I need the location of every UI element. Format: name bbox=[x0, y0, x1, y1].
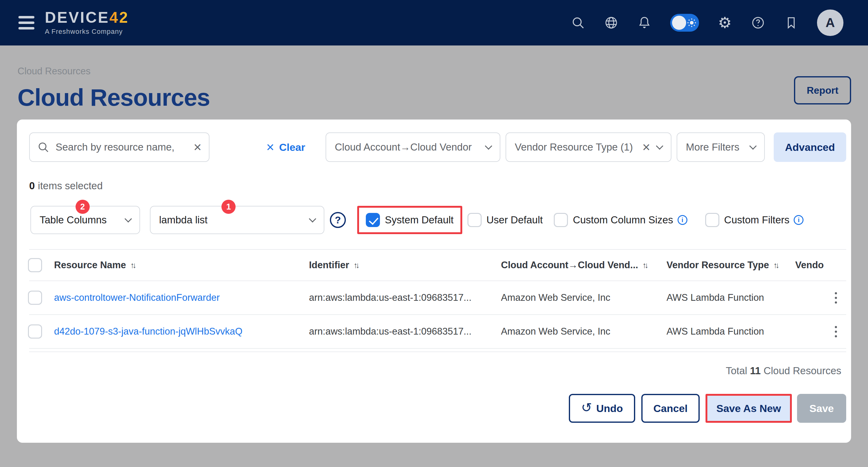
custom-filters-checkbox-group[interactable]: Custom Filters i bbox=[705, 213, 804, 227]
dropdown-label: lambda list bbox=[159, 214, 208, 226]
row-checkbox[interactable] bbox=[28, 324, 42, 339]
column-header-resource-name[interactable]: Resource Name↑↓ bbox=[54, 260, 309, 271]
globe-icon[interactable] bbox=[604, 15, 619, 30]
resources-table: Resource Name↑↓ Identifier↑↓ Cloud Accou… bbox=[29, 249, 846, 352]
table-row[interactable]: d42do-1079-s3-java-function-jqWlHbSvvkaQ… bbox=[29, 315, 846, 349]
checkbox-label: Custom Filters bbox=[724, 214, 790, 226]
theme-toggle[interactable] bbox=[670, 14, 699, 32]
notifications-bell-icon[interactable] bbox=[637, 15, 652, 30]
row-checkbox[interactable] bbox=[28, 291, 42, 305]
cloud-account-cell: Amazon Web Service, Inc bbox=[501, 326, 666, 337]
selection-count-number: 0 bbox=[29, 180, 35, 191]
chevron-down-icon bbox=[309, 215, 316, 222]
table-row-partial bbox=[29, 349, 846, 352]
search-icon bbox=[37, 141, 50, 153]
row-menu-kebab-icon[interactable] bbox=[835, 292, 846, 304]
clear-search-icon[interactable]: × bbox=[193, 141, 202, 154]
table-columns-badge: 2 bbox=[75, 200, 90, 214]
view-help-icon[interactable]: ? bbox=[330, 212, 346, 228]
saved-view-badge: 1 bbox=[221, 200, 236, 214]
identifier-cell: arn:aws:lambda:us-east-1:09683517... bbox=[309, 326, 501, 337]
top-navbar: DEVICE42 A Freshworks Company ⚙ A bbox=[0, 0, 868, 45]
dropdown-label: Table Columns bbox=[40, 214, 106, 226]
avatar-initial: A bbox=[826, 15, 835, 30]
saved-view-dropdown[interactable]: 1 lambda list bbox=[150, 206, 324, 234]
undo-icon: ↺ bbox=[581, 401, 592, 414]
system-default-highlight: System Default bbox=[357, 206, 462, 234]
identifier-cell: arn:aws:lambda:us-east-1:09683517... bbox=[309, 292, 501, 303]
chevron-down-icon bbox=[124, 215, 132, 222]
column-label: Resource Name bbox=[54, 260, 126, 271]
page-title: Cloud Resources bbox=[18, 84, 851, 112]
table-row[interactable]: aws-controltower-NotificationForwarder a… bbox=[29, 281, 846, 315]
clear-filters-link[interactable]: × Clear bbox=[266, 141, 305, 154]
cloud-account-vendor-dropdown[interactable]: Cloud Account→Cloud Vendor bbox=[326, 132, 500, 162]
user-avatar[interactable]: A bbox=[817, 9, 843, 36]
chevron-down-icon bbox=[656, 142, 663, 150]
info-icon[interactable]: i bbox=[794, 215, 804, 225]
column-header-cloud-account[interactable]: Cloud Account→Cloud Vend...↑↓ bbox=[501, 260, 666, 271]
save-as-new-button[interactable]: Save As New bbox=[707, 396, 790, 421]
view-controls-row: 2 Table Columns 1 lambda list ? System D… bbox=[29, 206, 846, 234]
column-label: Identifier bbox=[309, 260, 349, 271]
search-box: × bbox=[29, 132, 210, 162]
bookmark-icon[interactable] bbox=[784, 15, 799, 30]
dropdown-label: Cloud Account→Cloud Vendor bbox=[335, 141, 472, 153]
search-input[interactable] bbox=[56, 141, 193, 153]
column-header-vendor-resource-type[interactable]: Vendor Resource Type↑↓ bbox=[666, 260, 795, 271]
report-button[interactable]: Report bbox=[794, 76, 851, 104]
device42-logo[interactable]: DEVICE42 A Freshworks Company bbox=[45, 10, 129, 36]
sun-icon bbox=[687, 18, 696, 28]
toggle-knob bbox=[672, 16, 686, 30]
vendor-resource-type-cell: AWS Lambda Function bbox=[666, 292, 795, 303]
settings-gear-icon[interactable]: ⚙ bbox=[717, 15, 732, 30]
vendor-resource-type-dropdown[interactable]: Vendor Resource Type (1) × bbox=[505, 132, 672, 162]
resource-name-link[interactable]: d42do-1079-s3-java-function-jqWlHbSvvkaQ bbox=[54, 326, 242, 337]
custom-filters-checkbox[interactable] bbox=[705, 213, 719, 227]
hamburger-menu-icon[interactable] bbox=[19, 16, 34, 30]
clear-x-icon: × bbox=[266, 141, 274, 154]
sort-icon[interactable]: ↑↓ bbox=[643, 260, 649, 270]
dropdown-label: Vendor Resource Type (1) bbox=[515, 141, 633, 153]
table-columns-dropdown[interactable]: 2 Table Columns bbox=[30, 206, 140, 234]
column-header-vendor-partial[interactable]: Vendo bbox=[795, 260, 846, 271]
resource-name-link[interactable]: aws-controltower-NotificationForwarder bbox=[54, 292, 220, 303]
undo-label: Undo bbox=[596, 403, 623, 414]
column-header-identifier[interactable]: Identifier↑↓ bbox=[309, 260, 501, 271]
cloud-account-cell: Amazon Web Service, Inc bbox=[501, 292, 666, 303]
vendor-resource-type-cell: AWS Lambda Function bbox=[666, 326, 795, 337]
column-label: Vendor Resource Type bbox=[666, 260, 769, 271]
custom-column-sizes-checkbox-group[interactable]: Custom Column Sizes i bbox=[554, 213, 687, 227]
row-menu-kebab-icon[interactable] bbox=[835, 326, 846, 337]
total-label: Total bbox=[726, 365, 747, 376]
sort-icon[interactable]: ↑↓ bbox=[353, 260, 360, 270]
page-header: Cloud Resources Cloud Resources Report bbox=[0, 45, 868, 112]
cancel-button[interactable]: Cancel bbox=[641, 394, 700, 423]
user-default-checkbox-group[interactable]: User Default bbox=[467, 213, 543, 227]
save-as-new-highlight: Save As New bbox=[706, 394, 792, 423]
info-icon[interactable]: i bbox=[678, 215, 687, 225]
selection-count: 0items selected bbox=[29, 180, 846, 192]
filter-row: × × Clear Cloud Account→Cloud Vendor Ven… bbox=[29, 132, 846, 162]
chevron-down-icon bbox=[485, 142, 492, 150]
select-all-checkbox[interactable] bbox=[28, 258, 42, 272]
chevron-down-icon bbox=[749, 142, 756, 150]
custom-column-sizes-checkbox[interactable] bbox=[554, 213, 568, 227]
advanced-button[interactable]: Advanced bbox=[774, 132, 846, 162]
clear-filter-icon[interactable]: × bbox=[642, 141, 650, 154]
system-default-checkbox-group[interactable]: System Default bbox=[366, 213, 454, 227]
sort-icon[interactable]: ↑↓ bbox=[773, 260, 779, 270]
breadcrumb[interactable]: Cloud Resources bbox=[18, 66, 851, 77]
sort-icon[interactable]: ↑↓ bbox=[130, 260, 136, 270]
help-icon[interactable] bbox=[751, 15, 766, 30]
total-count-line: Total 11 Cloud Resources bbox=[29, 365, 846, 377]
user-default-checkbox[interactable] bbox=[467, 213, 482, 227]
search-icon[interactable] bbox=[571, 15, 585, 30]
checkbox-label: System Default bbox=[385, 214, 454, 226]
total-suffix: Cloud Resources bbox=[764, 365, 841, 376]
more-filters-dropdown[interactable]: More Filters bbox=[677, 132, 765, 162]
save-button[interactable]: Save bbox=[797, 394, 846, 423]
undo-button[interactable]: ↺ Undo bbox=[569, 394, 635, 423]
selection-count-label: items selected bbox=[38, 180, 102, 191]
system-default-checkbox[interactable] bbox=[366, 213, 380, 227]
